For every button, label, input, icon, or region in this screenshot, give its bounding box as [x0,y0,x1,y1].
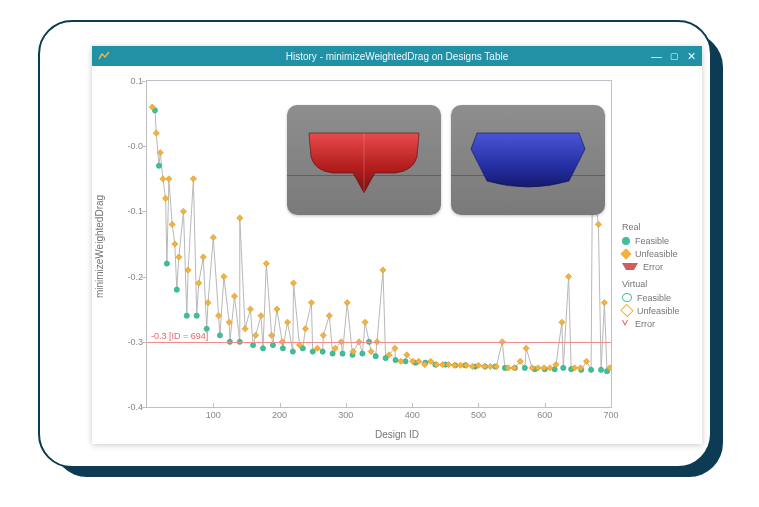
legend-item[interactable]: Unfeasible [622,247,700,260]
point-unfeasible[interactable] [308,300,314,306]
point-feasible[interactable] [310,349,315,354]
plot-area[interactable]: -0.3 [ID = 694] [146,80,612,408]
point-feasible[interactable] [330,351,335,356]
point-unfeasible[interactable] [284,319,290,325]
legend-item-label: Error [635,319,655,329]
point-unfeasible[interactable] [326,313,332,319]
card: History - minimizeWeightedDrag on Design… [38,20,712,468]
point-feasible[interactable] [250,342,255,347]
point-unfeasible[interactable] [237,215,243,221]
point-unfeasible[interactable] [258,313,264,319]
legend-item-label: Unfeasible [635,249,678,259]
point-unfeasible[interactable] [290,280,296,286]
hull-red-icon [305,123,423,195]
point-unfeasible[interactable] [242,326,248,332]
window-close-icon[interactable]: ✕ [687,51,696,62]
point-feasible[interactable] [598,367,603,372]
legend-group-title: Virtual [622,279,700,289]
point-unfeasible[interactable] [221,273,227,279]
point-unfeasible[interactable] [559,319,565,325]
point-unfeasible[interactable] [523,345,529,351]
point-feasible[interactable] [280,346,285,351]
point-unfeasible[interactable] [176,254,182,260]
legend-swatch-icon [622,237,630,245]
point-unfeasible[interactable] [362,319,368,325]
point-feasible[interactable] [156,163,161,168]
point-unfeasible[interactable] [583,358,589,364]
x-tick-label: 300 [338,407,353,420]
point-unfeasible[interactable] [253,332,259,338]
x-axis-label: Design ID [92,429,702,440]
point-unfeasible[interactable] [302,326,308,332]
point-feasible[interactable] [340,351,345,356]
point-unfeasible[interactable] [172,241,178,247]
thumbnail-blue-hull[interactable] [451,105,605,215]
point-unfeasible[interactable] [601,300,607,306]
point-unfeasible[interactable] [169,221,175,227]
point-unfeasible[interactable] [457,362,463,368]
app-window: History - minimizeWeightedDrag on Design… [92,46,702,444]
point-feasible[interactable] [164,261,169,266]
window-titlebar[interactable]: History - minimizeWeightedDrag on Design… [92,46,702,66]
point-feasible[interactable] [174,287,179,292]
legend-item[interactable]: Unfeasible [622,304,700,317]
legend-swatch-icon [620,248,631,259]
window-minimize-icon[interactable]: — [651,51,662,62]
point-feasible[interactable] [184,313,189,318]
point-unfeasible[interactable] [180,208,186,214]
point-unfeasible[interactable] [247,306,253,312]
point-unfeasible[interactable] [487,363,493,369]
window-title: History - minimizeWeightedDrag on Design… [92,51,702,62]
point-unfeasible[interactable] [160,176,166,182]
design-thumbnails [287,105,605,215]
window-maximize-icon[interactable]: ▢ [670,52,679,61]
reference-line-label: -0.3 [ID = 694] [151,331,208,342]
x-tick-label: 200 [272,407,287,420]
point-unfeasible[interactable] [162,195,168,201]
point-feasible[interactable] [561,365,566,370]
point-unfeasible[interactable] [190,176,196,182]
legend-group-title: Real [622,222,700,232]
point-unfeasible[interactable] [320,332,326,338]
point-feasible[interactable] [270,342,275,347]
point-feasible[interactable] [589,367,594,372]
point-feasible[interactable] [360,351,365,356]
legend-item[interactable]: Error [622,260,700,273]
point-feasible[interactable] [217,333,222,338]
point-feasible[interactable] [373,354,378,359]
legend-item[interactable]: Error [622,317,700,330]
point-unfeasible[interactable] [200,254,206,260]
legend-item-label: Feasible [637,293,671,303]
x-tick-label: 600 [537,407,552,420]
legend-item-label: Unfeasible [637,306,680,316]
y-axis-label: minimizeWeightedDrag [94,126,106,366]
hull-blue-icon [469,127,587,191]
point-feasible[interactable] [320,349,325,354]
point-unfeasible[interactable] [166,176,172,182]
point-feasible[interactable] [393,357,398,362]
point-unfeasible[interactable] [153,130,159,136]
point-unfeasible[interactable] [196,280,202,286]
legend-item[interactable]: Feasible [622,291,700,304]
legend-swatch-icon [622,293,632,302]
chart: minimizeWeightedDrag Design ID -0.3 [ID … [92,66,702,444]
point-unfeasible[interactable] [231,293,237,299]
point-feasible[interactable] [522,365,527,370]
point-unfeasible[interactable] [210,234,216,240]
app-icon [98,50,110,62]
point-feasible[interactable] [194,313,199,318]
point-feasible[interactable] [260,346,265,351]
legend-item[interactable]: Feasible [622,234,700,247]
point-unfeasible[interactable] [565,273,571,279]
point-unfeasible[interactable] [398,358,404,364]
point-unfeasible[interactable] [595,221,601,227]
point-unfeasible[interactable] [380,267,386,273]
point-unfeasible[interactable] [344,300,350,306]
point-unfeasible[interactable] [274,306,280,312]
point-feasible[interactable] [290,349,295,354]
thumbnail-red-hull[interactable] [287,105,441,215]
point-unfeasible[interactable] [263,260,269,266]
legend-item-label: Error [643,262,663,272]
reference-line [147,342,611,343]
legend-swatch-icon [620,304,633,317]
